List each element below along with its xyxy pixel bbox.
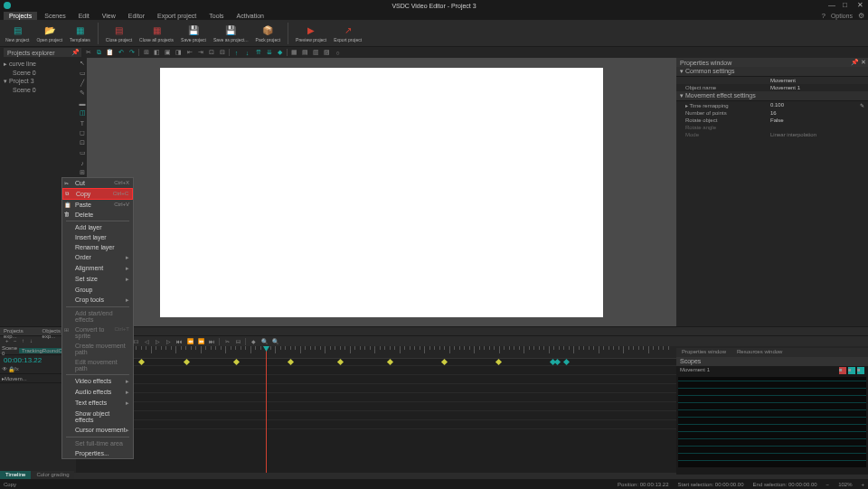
ctx-group[interactable]: Group [62,285,133,295]
gear-icon[interactable]: ⚙ [858,12,864,20]
skip-back-icon[interactable]: ⏮ [175,338,183,345]
tooltip-tool-icon[interactable]: ◻ [79,129,86,136]
movement-settings-section[interactable]: ▾ Movement effect settings [676,91,868,101]
menu-view[interactable]: View [97,12,121,20]
scope-red-icon[interactable]: ■ [839,367,846,374]
keyframe[interactable] [495,359,502,365]
align-center-icon[interactable]: ▣ [164,49,172,57]
tb-btn-1[interactable]: ⇤ [185,49,193,57]
save-as-button[interactable]: 💾Save as project... [212,24,250,43]
tb-btn-7[interactable]: ⇈ [254,49,262,57]
rewind-icon[interactable]: ⏪ [186,338,193,345]
ctx-crop-tools[interactable]: Crop tools▸ [62,295,133,306]
undo-icon[interactable]: ↶ [117,49,125,57]
counter-tool-icon[interactable]: ⊡ [79,139,86,146]
text-tool-icon[interactable]: T [79,119,86,127]
pack-button[interactable]: 📦Pack project [254,24,283,43]
sprite-tool-icon[interactable]: ⊞ [79,169,86,176]
ctx-cursor-movement[interactable]: Cursor movement▸ [62,425,133,436]
tb-btn-12[interactable]: ▥ [312,49,320,57]
ctx-properties-[interactable]: Properties... [62,448,133,458]
keyframe[interactable] [554,359,561,365]
shape-tool-icon[interactable]: ▬ [79,99,86,107]
tab-timeline[interactable]: Timeline [0,471,31,479]
rect-tool-icon[interactable]: ▭ [79,70,86,77]
tb-btn-10[interactable]: ▦ [290,49,298,57]
menu-activation[interactable]: Activation [231,12,269,20]
new-project-button[interactable]: ▤New project [4,24,31,43]
tb-btn-6[interactable]: ↓ [243,49,251,57]
canvas-area[interactable] [87,58,676,326]
cursor-tool-icon[interactable]: ↖ [79,60,86,67]
prop-points-value[interactable]: 16 [770,110,864,116]
layer-down-icon[interactable]: ↓ [30,338,36,344]
skip-fwd-icon[interactable]: ⏭ [208,338,215,345]
keyframe[interactable] [233,359,240,365]
export-button[interactable]: ↗Export project [332,24,363,43]
tab-properties[interactable]: Properties window [676,348,731,357]
playhead[interactable] [266,346,267,473]
split-icon[interactable]: ⊟ [234,338,241,345]
keyframe[interactable] [138,359,145,365]
forward-icon[interactable]: ⏩ [197,338,204,345]
tb-btn-4[interactable]: ⊟ [218,49,226,57]
ctx-cut[interactable]: ✂CutCtrl+X [62,178,133,188]
pen-tool-icon[interactable]: ✎ [79,89,86,97]
help-icon[interactable]: ? [821,12,825,20]
ctx-add-layer[interactable]: Add layer [62,222,133,232]
cut-tl-icon[interactable]: ✂ [223,338,231,345]
menu-edit[interactable]: Edit [73,12,95,20]
remove-layer-icon[interactable]: − [14,338,20,344]
prop-rotate-value[interactable]: False [770,118,864,123]
menu-projects[interactable]: Projects [4,12,37,20]
zoom-in-icon[interactable]: 🔍 [260,338,268,345]
tb-btn-5[interactable]: ↑ [232,49,241,57]
maximize-button[interactable]: □ [843,2,850,9]
prop-object-name-value[interactable]: Movement 1 [770,85,864,90]
menu-export[interactable]: Export project [152,12,202,20]
preview-canvas[interactable] [160,68,603,317]
scopes-dropdown[interactable]: Movement 1 ■ ■ ■ [676,366,868,375]
options-link[interactable]: Options [831,13,853,19]
keyframe[interactable] [184,359,190,365]
scope-teal2-icon[interactable]: ■ [857,367,864,374]
layer-up-icon[interactable]: ↑ [22,338,28,344]
ctx-video-effects[interactable]: Video effects▸ [62,376,133,387]
tab-color-grading[interactable]: Color grading [31,471,74,479]
templates-button[interactable]: ▦Templates [68,24,92,43]
keyframe[interactable] [441,359,448,365]
ctx-audio-effects[interactable]: Audio effects▸ [62,387,133,398]
cut-icon[interactable]: ✂ [84,49,92,57]
ctx-alignment[interactable]: Alignment▸ [62,263,133,274]
tree-item-scene0-2[interactable]: Scene 0 [2,86,76,94]
add-layer-icon[interactable]: + [5,338,12,344]
zoom-in-small-icon[interactable]: + [861,482,864,487]
prop-time-remap-value[interactable]: 0.100 [770,102,860,108]
ctx-delete[interactable]: 🗑Delete [62,210,133,220]
save-project-button[interactable]: 💾Save project [179,24,208,43]
ctx-copy[interactable]: ⧉CopyCtrl+C [62,188,133,200]
tb-btn-2[interactable]: ⇥ [196,49,204,57]
keyframe[interactable] [288,359,294,365]
vis-icon[interactable]: 👁 [2,366,8,372]
tb-btn-9[interactable]: ◆ [276,49,284,57]
zoom-out-small-icon[interactable]: − [826,482,830,487]
video-tool-icon[interactable]: ▭ [79,149,86,156]
zoom-out-icon[interactable]: 🔍 [271,338,278,345]
tab-projects-exp[interactable]: Projects exp... [0,327,39,335]
tree-item-project3[interactable]: ▾Project 3 [2,77,76,86]
marker-icon[interactable]: ◆ [250,338,257,345]
play-btn-icon[interactable]: ▷ [154,338,161,345]
keyframe[interactable] [337,359,344,365]
menu-scenes[interactable]: Scenes [39,12,71,20]
lock-icon[interactable]: 🔒 [8,366,14,372]
keyframe[interactable] [563,359,570,365]
menu-tools[interactable]: Tools [203,12,229,20]
properties-pin-icon[interactable]: 📌 ✕ [851,59,866,66]
tb-btn-8[interactable]: ⇊ [265,49,273,57]
tb-btn-3[interactable]: ⊡ [207,49,215,57]
ctx-paste[interactable]: 📋PasteCtrl+V [62,200,133,210]
ctx-text-effects[interactable]: Text effects▸ [62,398,133,409]
tab-resources[interactable]: Resources window [731,348,788,357]
close-project-button[interactable]: ▤Close project [104,24,134,43]
